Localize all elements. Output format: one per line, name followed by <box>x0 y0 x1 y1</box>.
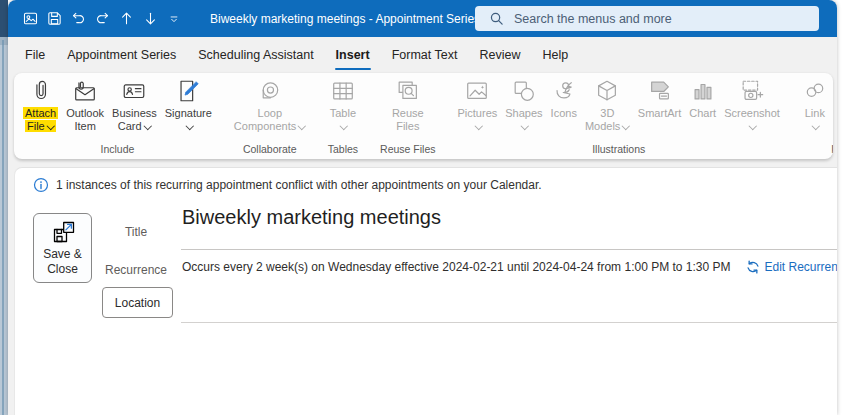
screenshot-icon <box>739 78 765 107</box>
background-window-edge <box>0 0 8 415</box>
chevron-down-icon <box>521 121 529 129</box>
ribbon-button-table: Table <box>326 73 360 143</box>
smartart-icon <box>647 78 673 107</box>
ribbon-button-label: Chart <box>689 107 716 120</box>
title-field[interactable]: Biweekly marketing meetings <box>182 206 441 229</box>
loop-components-icon <box>257 78 283 107</box>
ribbon-button-label: Outlook <box>66 107 104 120</box>
ribbon-button-reuse-files: ReuseFiles <box>388 73 428 143</box>
ribbon-button-attach-file[interactable]: AttachFile <box>19 73 62 143</box>
link-icon <box>802 78 828 107</box>
ribbon-button-label: Item <box>74 120 95 133</box>
save-close-icon <box>51 220 75 244</box>
qat-move-up-icon[interactable] <box>114 6 138 32</box>
ribbon-button-label: Screenshot <box>724 107 780 120</box>
qat-customize-toolbar-icon[interactable] <box>162 6 186 32</box>
qat-save-icon[interactable] <box>42 6 66 32</box>
tab-format-text[interactable]: Format Text <box>381 37 469 73</box>
ribbon-group-label: Tables <box>324 143 362 159</box>
ribbon-button-smartart: SmartArt <box>634 73 685 143</box>
ribbon-group-links: LinkBookmarkLinks <box>793 73 833 159</box>
content-zone: 1 instances of this recurring appointmen… <box>8 167 837 415</box>
chevron-down-icon <box>298 121 306 129</box>
tab-help[interactable]: Help <box>531 37 579 73</box>
ribbon-button-dropdown <box>747 120 757 133</box>
ribbon-group-reuse-files: ReuseFilesReuse Files <box>371 73 444 159</box>
ribbon-button-label: Loop <box>258 107 282 120</box>
quick-access-toolbar <box>18 6 186 32</box>
ribbon-group-illustrations: PicturesShapesIcons3DModelsSmartArtChart… <box>449 73 789 159</box>
ribbon-button-label: Models <box>585 120 630 133</box>
ribbon-button-label: Shapes <box>505 107 542 120</box>
ribbon-button-chart: Chart <box>685 73 720 143</box>
qat-redo-icon[interactable] <box>90 6 114 32</box>
shapes-icon <box>511 78 537 107</box>
ribbon-group-tables: TableTables <box>319 73 367 159</box>
ribbon-button-business-card[interactable]: BusinessCard <box>108 73 161 143</box>
recurrence-row: Occurs every 2 week(s) on Wednesday effe… <box>182 260 833 274</box>
business-card-icon <box>121 78 147 107</box>
location-field-underline <box>181 322 837 323</box>
ribbon-button-label: Business <box>112 107 157 120</box>
tab-review[interactable]: Review <box>468 37 531 73</box>
tab-appointment-series[interactable]: Appointment Series <box>56 37 187 73</box>
ribbon: AttachFileOutlookItemBusinessCardSignatu… <box>14 73 833 159</box>
ribbon-button-icons: Icons <box>547 73 581 143</box>
ribbon-button-dropdown <box>810 120 820 133</box>
ribbon-button-label: Signature <box>165 107 212 120</box>
chevron-down-icon <box>622 121 630 129</box>
qat-outlook-app-icon[interactable] <box>18 6 42 32</box>
ribbon-button-bookmark: Bookmark <box>832 73 833 143</box>
chevron-down-icon <box>47 121 55 129</box>
ribbon-tab-bar: FileAppointment SeriesScheduling Assista… <box>8 37 837 73</box>
search-icon <box>489 11 504 26</box>
ribbon-button-dropdown <box>473 120 483 133</box>
attach-file-icon <box>28 78 54 107</box>
ribbon-button-label: Components <box>234 120 306 133</box>
title-field-underline <box>181 249 837 250</box>
3d-models-icon <box>594 78 620 107</box>
search-input[interactable]: Search the menus and more <box>475 6 819 31</box>
ribbon-group-label: Reuse Files <box>376 143 439 159</box>
ribbon-button-label: Pictures <box>458 107 498 120</box>
table-icon <box>330 78 356 107</box>
chevron-down-icon <box>812 121 820 129</box>
appointment-form: 1 instances of this recurring appointmen… <box>14 167 837 415</box>
recurrence-text: Occurs every 2 week(s) on Wednesday effe… <box>182 260 731 274</box>
signature-icon <box>175 78 201 107</box>
ribbon-button-screenshot: Screenshot <box>720 73 784 143</box>
pictures-icon <box>464 78 490 107</box>
ribbon-zone: AttachFileOutlookItemBusinessCardSignatu… <box>8 73 837 167</box>
ribbon-button-3d-models: 3DModels <box>581 73 634 143</box>
ribbon-button-outlook-item[interactable]: OutlookItem <box>62 73 108 143</box>
chevron-down-icon <box>185 121 193 129</box>
save-close-label-line1: Save & <box>43 247 82 262</box>
ribbon-group-label: Links <box>827 143 833 159</box>
reuse-files-icon <box>395 78 421 107</box>
location-button[interactable]: Location <box>102 287 173 318</box>
ribbon-button-signature[interactable]: Signature <box>161 73 216 143</box>
ribbon-group-include: AttachFileOutlookItemBusinessCardSignatu… <box>14 73 221 159</box>
save-and-close-button[interactable]: Save & Close <box>33 213 92 283</box>
save-close-label-line2: Close <box>47 262 78 277</box>
chart-icon <box>690 78 716 107</box>
edit-recurrence-link[interactable]: Edit Recurrence <box>746 260 837 274</box>
titlebar: Biweekly marketing meetings - Appointmen… <box>8 0 837 37</box>
chevron-down-icon <box>475 121 483 129</box>
ribbon-button-label: Attach <box>23 107 58 120</box>
ribbon-button-label: Table <box>330 107 356 120</box>
recurrence-label: Recurrence <box>88 263 184 277</box>
ribbon-button-label: Icons <box>551 107 577 120</box>
ribbon-button-label: 3D <box>600 107 614 120</box>
tab-scheduling-assistant[interactable]: Scheduling Assistant <box>187 37 324 73</box>
qat-move-down-icon[interactable] <box>138 6 162 32</box>
chevron-down-icon <box>340 121 348 129</box>
qat-undo-icon[interactable] <box>66 6 90 32</box>
tab-insert[interactable]: Insert <box>325 37 381 73</box>
ribbon-button-dropdown <box>184 120 194 133</box>
ribbon-button-label: Link <box>805 107 825 120</box>
ribbon-group-label: Collaborate <box>239 143 301 159</box>
ribbon-button-loop-components: LoopComponents <box>230 73 310 143</box>
tab-file[interactable]: File <box>14 37 56 73</box>
ribbon-button-pictures: Pictures <box>454 73 502 143</box>
